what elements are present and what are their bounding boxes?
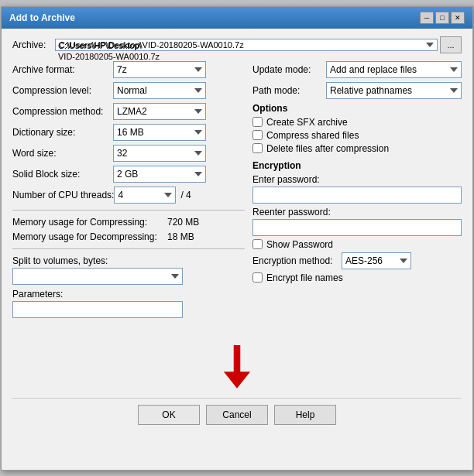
enter-password-row: Enter password:: [252, 174, 462, 204]
word-size-row: Word size: 32: [12, 145, 245, 162]
reenter-password-input[interactable]: [252, 219, 462, 236]
update-mode-row: Update mode: Add and replace files: [252, 61, 462, 78]
solid-block-size-select[interactable]: 2 GB: [113, 166, 206, 183]
left-column: Archive format: 7z Compression level: No…: [12, 61, 245, 322]
show-password-row: Show Password: [252, 239, 462, 250]
create-sfx-label: Create SFX archive: [266, 117, 348, 128]
update-mode-select[interactable]: Add and replace files: [326, 61, 462, 78]
window-controls: ─ □ ✕: [420, 12, 465, 24]
compression-level-row: Compression level: Normal: [12, 82, 245, 99]
archive-format-select[interactable]: 7z: [113, 61, 206, 78]
encrypt-names-checkbox[interactable]: [252, 272, 263, 283]
compression-method-row: Compression method: LZMA2: [12, 103, 245, 120]
memory-compressing-value: 720 MB: [167, 217, 199, 228]
compress-shared-checkbox[interactable]: [252, 130, 263, 140]
browse-button[interactable]: ...: [440, 36, 462, 53]
ok-button[interactable]: OK: [138, 405, 200, 425]
memory-compressing-row: Memory usage for Compressing: 720 MB: [12, 217, 245, 228]
encryption-method-select[interactable]: AES-256: [342, 252, 411, 269]
archive-row: Archive: C:\Users\HP\Desktop\VID-2018020…: [12, 36, 462, 53]
dictionary-size-row: Dictionary size: 16 MB: [12, 124, 245, 141]
enter-password-label: Enter password:: [252, 174, 462, 185]
minimize-button[interactable]: ─: [420, 12, 434, 24]
memory-decompressing-value: 18 MB: [167, 231, 194, 242]
add-to-archive-dialog: Add to Archive ─ □ ✕ Archive: C:\Users\H…: [1, 6, 473, 471]
split-volumes-row: Split to volumes, bytes:: [12, 255, 245, 285]
archive-format-row: Archive format: 7z: [12, 61, 245, 78]
archive-format-label: Archive format:: [12, 64, 113, 75]
options-group: Options Create SFX archive Compress shar…: [252, 103, 462, 154]
delete-after-checkbox[interactable]: [252, 143, 263, 153]
delete-after-row: Delete files after compression: [252, 143, 462, 154]
memory-compressing-label: Memory usage for Compressing:: [12, 217, 167, 228]
archive-path-select[interactable]: C:\Users\HP\Desktop\VID-20180205-WA0010.…: [55, 39, 438, 51]
path-mode-row: Path mode: Relative pathnames: [252, 82, 462, 99]
reenter-password-label: Reenter password:: [252, 207, 462, 217]
right-column: Update mode: Add and replace files Path …: [252, 61, 462, 322]
create-sfx-checkbox[interactable]: [252, 117, 263, 127]
cancel-button[interactable]: Cancel: [206, 405, 268, 425]
archive-label: Archive:: [12, 39, 55, 50]
cpu-total: / 4: [180, 190, 191, 200]
path-mode-label: Path mode:: [252, 85, 326, 96]
compress-shared-row: Compress shared files: [252, 130, 462, 141]
create-sfx-row: Create SFX archive: [252, 117, 462, 128]
enter-password-input[interactable]: [252, 187, 462, 204]
update-mode-label: Update mode:: [252, 64, 326, 75]
cpu-threads-select[interactable]: 4: [114, 187, 176, 204]
memory-decompressing-row: Memory usage for Decompressing: 18 MB: [12, 231, 245, 242]
compression-method-select[interactable]: LZMA2: [113, 103, 206, 120]
dictionary-size-select[interactable]: 16 MB: [113, 124, 206, 141]
solid-block-size-label: Solid Block size:: [12, 169, 113, 180]
path-mode-select[interactable]: Relative pathnames: [326, 82, 462, 99]
encryption-method-row: Encryption method: AES-256: [252, 252, 462, 269]
split-volumes-select[interactable]: [12, 268, 183, 285]
delete-after-label: Delete files after compression: [266, 143, 389, 154]
svg-marker-1: [224, 372, 250, 388]
compression-method-label: Compression method:: [12, 106, 113, 117]
parameters-label: Parameters:: [12, 289, 245, 300]
solid-block-size-row: Solid Block size: 2 GB: [12, 166, 245, 183]
parameters-row: Parameters:: [12, 289, 245, 318]
options-title: Options: [252, 103, 462, 114]
compress-shared-label: Compress shared files: [266, 130, 359, 141]
dictionary-size-label: Dictionary size:: [12, 127, 113, 138]
dialog-title: Add to Archive: [9, 12, 75, 23]
show-password-checkbox[interactable]: [252, 239, 263, 249]
ok-arrow-icon: [214, 345, 260, 392]
encryption-method-label: Encryption method:: [252, 255, 338, 266]
cpu-threads-label: Number of CPU threads:: [12, 190, 114, 200]
cpu-threads-row: Number of CPU threads: 4 / 4: [12, 187, 245, 204]
split-volumes-label: Split to volumes, bytes:: [12, 255, 245, 266]
memory-decompressing-label: Memory usage for Decompressing:: [12, 231, 167, 242]
compression-level-label: Compression level:: [12, 85, 113, 96]
encryption-title: Encryption: [252, 160, 462, 171]
maximize-button[interactable]: □: [435, 12, 449, 24]
button-row: OK Cancel Help: [12, 398, 462, 431]
title-bar: Add to Archive ─ □ ✕: [2, 7, 472, 29]
arrow-container: [12, 345, 462, 392]
show-password-label: Show Password: [266, 239, 333, 250]
help-button[interactable]: Help: [274, 405, 336, 425]
encrypt-names-row: Encrypt file names: [252, 272, 462, 283]
bottom-section: OK Cancel Help: [12, 337, 462, 431]
compression-level-select[interactable]: Normal: [113, 82, 206, 99]
encrypt-names-label: Encrypt file names: [266, 272, 343, 283]
word-size-label: Word size:: [12, 148, 113, 159]
word-size-select[interactable]: 32: [113, 145, 206, 162]
encryption-group: Encryption Enter password: Reenter passw…: [252, 160, 462, 283]
reenter-password-row: Reenter password:: [252, 207, 462, 236]
parameters-input[interactable]: [12, 301, 183, 318]
close-button[interactable]: ✕: [451, 12, 465, 24]
